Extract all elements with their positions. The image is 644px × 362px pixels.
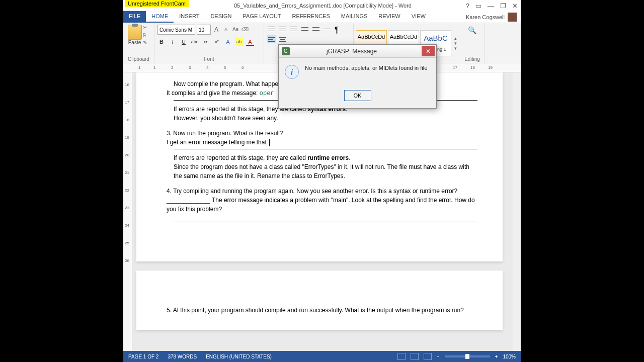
frontcam-badge: Unregistered FrontCam: [125, 0, 189, 7]
doc-text: If errors are reported at this stage, th…: [174, 153, 477, 162]
vertical-scrollbar[interactable]: [513, 72, 521, 351]
multilevel-button[interactable]: [289, 25, 298, 33]
change-case-button[interactable]: Aa: [231, 25, 239, 34]
superscript-button[interactable]: x²: [213, 37, 221, 46]
dialog-close-button[interactable]: ✕: [422, 46, 435, 56]
ribbon-toggle-button[interactable]: ▭: [472, 0, 485, 11]
cut-icon[interactable]: ✂: [143, 25, 150, 31]
bold-button[interactable]: B: [157, 37, 166, 46]
print-layout-button[interactable]: [411, 353, 419, 360]
increase-indent-button[interactable]: [311, 25, 320, 33]
jgrasp-message-dialog: G jGRASP: Message ✕ i No main methods, a…: [278, 44, 437, 109]
clipboard-group: Paste ✂ ⎘ ✎ Clipboard: [123, 23, 154, 63]
zoom-slider[interactable]: [445, 355, 490, 357]
dialog-message: No main methods, applets, or MIDlets fou…: [305, 65, 430, 71]
status-page[interactable]: PAGE 1 OF 2: [128, 354, 158, 359]
web-layout-button[interactable]: [424, 353, 432, 360]
find-icon[interactable]: 🔍: [463, 26, 481, 34]
highlight-button[interactable]: ab: [235, 37, 243, 46]
dialog-title: jGRASP: Message: [293, 48, 422, 55]
text-cursor: [269, 139, 270, 146]
grow-font-button[interactable]: A: [212, 25, 220, 34]
styles-down-icon[interactable]: ▾: [452, 41, 458, 46]
info-icon: i: [285, 65, 299, 79]
help-button[interactable]: ?: [463, 0, 472, 11]
zoom-thumb[interactable]: [465, 354, 469, 359]
sort-button[interactable]: [323, 25, 332, 33]
tab-view[interactable]: VIEW: [406, 11, 431, 23]
tab-references[interactable]: REFERENCES: [287, 11, 336, 23]
font-size-input[interactable]: [197, 25, 211, 35]
document-scroll[interactable]: Now compile the program. What happe It c…: [132, 72, 513, 351]
minimize-button[interactable]: —: [485, 0, 497, 11]
copy-icon[interactable]: ⎘: [143, 32, 150, 38]
tab-insert[interactable]: INSERT: [174, 11, 205, 23]
vertical-ruler[interactable]: 16 17 18 19 20 21 22 23 24 25 26: [123, 72, 132, 351]
zoom-in-button[interactable]: +: [495, 354, 498, 359]
doc-text: 3. Now run the program. What is the resu…: [167, 129, 477, 138]
doc-text: Since the program does not have a class …: [174, 162, 477, 180]
doc-blank-line: [174, 222, 477, 222]
user-name: Karen Cogswell: [466, 14, 505, 20]
editing-group: 🔍 Editing: [460, 23, 485, 63]
user-avatar: [508, 13, 517, 22]
tab-review[interactable]: REVIEW: [373, 11, 406, 23]
font-group: A A Aa ⌫ B I U abc x₂ x² A ab A Font: [154, 23, 264, 63]
align-center-button[interactable]: [278, 35, 287, 43]
jgrasp-icon: G: [282, 47, 290, 55]
clear-formatting-button[interactable]: ⌫: [241, 25, 249, 34]
shrink-font-button[interactable]: A: [222, 25, 230, 34]
tab-mailings[interactable]: MAILINGS: [336, 11, 373, 23]
tab-page-layout[interactable]: PAGE LAYOUT: [237, 11, 287, 23]
font-color-button[interactable]: A: [246, 37, 254, 46]
numbering-button[interactable]: [278, 25, 287, 33]
zoom-out-button[interactable]: −: [437, 354, 440, 359]
status-language[interactable]: ENGLISH (UNITED STATES): [206, 354, 272, 359]
doc-blank-line: [174, 149, 477, 149]
document-area: 16 17 18 19 20 21 22 23 24 25 26 Now com…: [123, 72, 521, 351]
decrease-indent-button[interactable]: [300, 25, 309, 33]
strike-button[interactable]: abc: [191, 37, 199, 46]
ok-button[interactable]: OK: [344, 90, 371, 101]
doc-text: However, you shouldn't have seen any.: [174, 114, 477, 123]
ribbon-tabs: FILE HOME INSERT DESIGN PAGE LAYOUT REFE…: [123, 11, 521, 23]
align-left-button[interactable]: [267, 35, 276, 43]
status-words[interactable]: 378 WORDS: [168, 354, 197, 359]
document-title: 05_Variables_and_Errors_Assignment1.doc …: [234, 3, 463, 9]
font-name-input[interactable]: [157, 25, 195, 35]
statusbar: PAGE 1 OF 2 378 WORDS ENGLISH (UNITED ST…: [123, 351, 521, 362]
subscript-button[interactable]: x₂: [202, 37, 210, 46]
editing-label: Editing: [463, 55, 481, 62]
tab-home[interactable]: HOME: [146, 11, 174, 23]
zoom-percent[interactable]: 100%: [503, 354, 516, 359]
read-mode-button[interactable]: [397, 353, 406, 360]
doc-text: I get an error message telling me that: [167, 138, 477, 147]
clipboard-label: Clipboard: [128, 55, 149, 62]
dialog-titlebar[interactable]: G jGRASP: Message ✕: [279, 45, 436, 58]
doc-text: 4. Try compiling and running the program…: [167, 187, 477, 214]
italic-button[interactable]: I: [169, 37, 177, 46]
styles-up-icon[interactable]: ▴: [452, 36, 458, 41]
text-effects-button[interactable]: A: [224, 37, 232, 46]
paste-button[interactable]: Paste: [128, 40, 142, 45]
user-area[interactable]: Karen Cogswell: [462, 11, 521, 23]
format-painter-icon[interactable]: ✎: [143, 40, 150, 46]
underline-button[interactable]: U: [180, 37, 188, 46]
show-hide-button[interactable]: ¶: [334, 25, 343, 33]
styles-more-icon[interactable]: ▾: [452, 46, 458, 51]
font-group-label: Font: [157, 55, 261, 62]
bullets-button[interactable]: [267, 25, 276, 33]
close-button[interactable]: ✕: [509, 0, 521, 11]
restore-button[interactable]: ❐: [497, 0, 509, 11]
tab-file[interactable]: FILE: [123, 11, 146, 23]
paste-icon: [128, 25, 142, 40]
page-2[interactable]: 5. At this point, your program should co…: [136, 270, 503, 330]
tab-design[interactable]: DESIGN: [205, 11, 237, 23]
doc-text: 5. At this point, your program should co…: [167, 306, 477, 315]
